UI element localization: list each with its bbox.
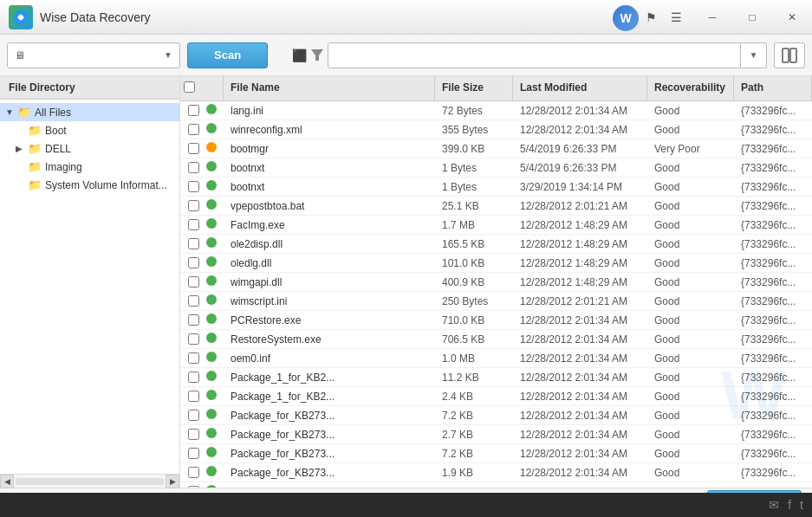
table-row[interactable]: oledlg.dll 101.0 KB 12/28/2012 1:48:29 A… (180, 254, 812, 273)
table-header: File Name File Size Last Modified Recove… (180, 76, 812, 101)
table-row[interactable]: lang.ini 72 Bytes 12/28/2012 2:01:34 AM … (180, 101, 812, 120)
table-row[interactable]: Package_1_for_KB2... 11.2 KB 12/28/2012 … (180, 368, 812, 387)
row-select-checkbox[interactable] (188, 314, 199, 326)
row-select-checkbox[interactable] (188, 333, 199, 345)
row-select-checkbox[interactable] (188, 372, 199, 383)
row-modified: 12/28/2012 2:01:34 AM (513, 391, 647, 403)
row-checkbox[interactable] (180, 333, 206, 345)
scroll-left-button[interactable]: ◀ (0, 475, 14, 488)
row-checkbox[interactable] (180, 257, 206, 268)
row-checkbox[interactable] (180, 200, 206, 211)
table-row[interactable]: bootnxt 1 Bytes 3/29/2019 1:34:14 PM Goo… (180, 178, 812, 197)
table-row[interactable]: Package_for_KB273... 7.2 KB 12/28/2012 2… (180, 406, 812, 425)
table-row[interactable]: wimgapi.dll 400.9 KB 12/28/2012 1:48:29 … (180, 273, 812, 292)
footer-twitter-icon[interactable]: t (800, 498, 803, 512)
minimize-button[interactable]: ─ (692, 0, 732, 35)
scan-button[interactable]: Scan (187, 42, 268, 68)
drive-selector[interactable]: 🖥 ▼ (7, 42, 180, 68)
table-row[interactable]: RestoreSystem.exe 706.5 KB 12/28/2012 2:… (180, 330, 812, 349)
table-row[interactable]: FacImg.exe 1.7 MB 12/28/2012 1:48:29 AM … (180, 216, 812, 235)
menu-icon[interactable]: ☰ (671, 10, 682, 24)
row-select-checkbox[interactable] (188, 429, 199, 440)
tree-item-boot[interactable]: 📁 Boot (0, 121, 179, 139)
row-checkbox[interactable] (180, 124, 206, 135)
row-select-checkbox[interactable] (188, 105, 199, 116)
header-path[interactable]: Path (734, 76, 812, 100)
row-size: 7.2 KB (435, 448, 513, 460)
row-select-checkbox[interactable] (188, 276, 199, 288)
table-row[interactable]: oem0.inf 1.0 MB 12/28/2012 2:01:34 AM Go… (180, 349, 812, 368)
row-checkbox[interactable] (180, 143, 206, 154)
row-select-checkbox[interactable] (188, 352, 199, 364)
header-modified[interactable]: Last Modified (513, 76, 647, 100)
view-toggle-button[interactable] (774, 42, 805, 68)
table-row[interactable]: bootnxt 1 Bytes 5/4/2019 6:26:33 PM Good… (180, 158, 812, 178)
status-dot (206, 199, 217, 210)
filter-dropdown[interactable]: ▼ (741, 42, 767, 68)
row-checkbox[interactable] (180, 391, 206, 402)
row-checkbox[interactable] (180, 219, 206, 230)
header-checkbox[interactable] (180, 76, 206, 100)
header-size[interactable]: File Size (435, 76, 513, 100)
row-checkbox[interactable] (180, 238, 206, 249)
row-select-checkbox[interactable] (188, 200, 199, 211)
row-size: 1.7 MB (435, 219, 513, 231)
row-select-checkbox[interactable] (188, 448, 199, 459)
row-checkbox[interactable] (180, 105, 206, 116)
flag-icon[interactable]: ⚑ (646, 10, 657, 24)
scroll-right-button[interactable]: ▶ (166, 475, 179, 488)
filter-input[interactable] (328, 42, 741, 68)
tree-item-imaging[interactable]: 📁 Imaging (0, 158, 179, 176)
row-checkbox[interactable] (180, 314, 206, 326)
header-recoverability[interactable]: Recoverability (647, 76, 734, 100)
row-checkbox[interactable] (180, 276, 206, 288)
row-select-checkbox[interactable] (188, 219, 199, 230)
row-select-checkbox[interactable] (188, 181, 199, 192)
row-select-checkbox[interactable] (188, 486, 199, 488)
row-select-checkbox[interactable] (188, 257, 199, 268)
row-checkbox[interactable] (180, 372, 206, 383)
table-row[interactable]: vpepostbtoa.bat 25.1 KB 12/28/2012 2:01:… (180, 197, 812, 216)
row-select-checkbox[interactable] (188, 238, 199, 249)
row-checkbox[interactable] (180, 448, 206, 459)
row-status-icon (206, 428, 224, 441)
tree-item-all-files[interactable]: ▼ 📁 All Files (0, 103, 179, 121)
maximize-button[interactable]: □ (732, 0, 772, 35)
table-row[interactable]: Package_for_KB273... 2.7 KB 12/28/2012 2… (180, 425, 812, 444)
row-checkbox[interactable] (180, 352, 206, 364)
row-status-icon (206, 333, 224, 346)
row-select-checkbox[interactable] (188, 295, 199, 307)
table-row[interactable]: winreconfig.xml 355 Bytes 12/28/2012 2:0… (180, 120, 812, 139)
table-row[interactable]: Package_for_KB273... 1.9 KB 12/28/2012 2… (180, 463, 812, 482)
row-select-checkbox[interactable] (188, 143, 199, 154)
user-avatar[interactable]: W (613, 5, 639, 31)
footer-facebook-icon[interactable]: f (788, 498, 791, 512)
table-row[interactable]: Package_for_KB273... 7.2 KB 12/28/2012 2… (180, 444, 812, 463)
row-select-checkbox[interactable] (188, 124, 199, 135)
row-select-checkbox[interactable] (188, 162, 199, 173)
row-checkbox[interactable] (180, 181, 206, 192)
row-select-checkbox[interactable] (188, 391, 199, 402)
tree-item-dell[interactable]: ▶ 📁 DELL (0, 139, 179, 158)
row-modified: 12/28/2012 2:01:34 AM (513, 467, 647, 479)
row-select-checkbox[interactable] (188, 410, 199, 421)
table-row[interactable]: Package_1_for_KB2... 2.4 KB 12/28/2012 2… (180, 387, 812, 406)
header-filename[interactable]: File Name (224, 76, 435, 100)
row-checkbox[interactable] (180, 295, 206, 307)
table-row[interactable]: bootmgr 399.0 KB 5/4/2019 6:26:33 PM Ver… (180, 139, 812, 158)
row-checkbox[interactable] (180, 410, 206, 421)
horizontal-scrollbar[interactable]: ◀ ▶ (0, 474, 179, 488)
row-select-checkbox[interactable] (188, 467, 199, 478)
tree-item-system-volume[interactable]: 📁 System Volume Informat... (0, 176, 179, 194)
close-button[interactable]: ✕ (772, 0, 812, 35)
select-all-checkbox[interactable] (184, 81, 195, 93)
row-checkbox[interactable] (180, 467, 206, 478)
row-checkbox[interactable] (180, 162, 206, 173)
table-row[interactable]: ole2disp.dll 165.5 KB 12/28/2012 1:48:29… (180, 235, 812, 254)
table-row[interactable]: wimscript.ini 250 Bytes 12/28/2012 2:01:… (180, 292, 812, 311)
footer-mail-icon[interactable]: ✉ (769, 498, 779, 512)
table-row[interactable]: PCRestore.exe 710.0 KB 12/28/2012 2:01:3… (180, 311, 812, 330)
row-checkbox[interactable] (180, 429, 206, 440)
row-checkbox[interactable] (180, 486, 206, 488)
table-row[interactable]: Package_for_KB273... 7.2 KB 12/28/2012 2… (180, 482, 812, 488)
